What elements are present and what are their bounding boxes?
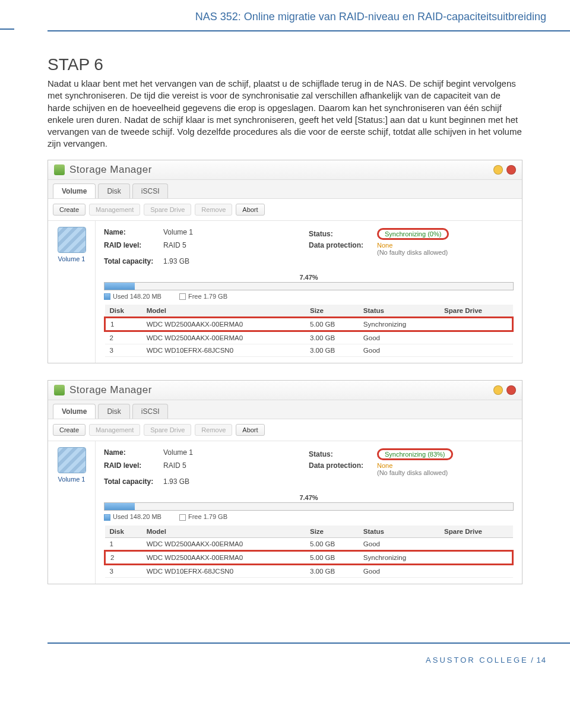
label-status: Status:	[309, 230, 377, 238]
window-title: Storage Manager	[69, 164, 152, 176]
cell-size: 3.00 GB	[305, 564, 359, 577]
window-minimize-button[interactable]	[493, 165, 503, 175]
label-total-capacity: Total capacity:	[104, 477, 163, 486]
cell-disk: 2	[105, 550, 142, 564]
cell-size: 5.00 GB	[305, 550, 359, 564]
legend-free-value: 1.79 GB	[204, 513, 227, 520]
cell-status: Good	[359, 331, 439, 344]
value-status: Synchronizing (83%)	[377, 448, 453, 460]
management-button[interactable]: Management	[89, 424, 140, 436]
cell-status: Synchronizing	[359, 318, 439, 331]
step-paragraph: Nadat u klaar bent met het vervangen van…	[48, 78, 522, 150]
create-button[interactable]: Create	[53, 204, 86, 216]
legend-free-label: Free	[188, 513, 202, 520]
window-titlebar: Storage Manager	[48, 160, 522, 180]
table-row[interactable]: 3WDC WD10EFRX-68JCSN03.00 GBGood	[105, 564, 513, 577]
legend-used-label: Used	[113, 513, 128, 520]
cell-status: Synchronizing	[359, 550, 439, 564]
col-model[interactable]: Model	[142, 526, 305, 538]
footer-brand: ASUSTOR COLLEGE	[426, 656, 528, 664]
table-row[interactable]: 2WDC WD2500AAKX-00ERMA05.00 GBSynchroniz…	[105, 550, 513, 564]
cell-spare	[439, 537, 512, 550]
label-raid-level: RAID level:	[104, 461, 163, 476]
cell-disk: 1	[105, 537, 142, 550]
remove-button[interactable]: Remove	[195, 204, 232, 216]
col-spare[interactable]: Spare Drive	[439, 526, 512, 538]
col-model[interactable]: Model	[142, 305, 305, 318]
label-data-protection: Data protection:	[309, 461, 377, 470]
window-title: Storage Manager	[69, 384, 152, 396]
cell-size: 5.00 GB	[305, 537, 359, 550]
label-total-capacity: Total capacity:	[104, 257, 163, 265]
value-dp-note: (No faulty disks allowed)	[377, 249, 448, 256]
cell-size: 3.00 GB	[305, 331, 359, 344]
col-size[interactable]: Size	[305, 526, 359, 538]
cell-model: WDC WD2500AAKX-00ERMA0	[142, 537, 305, 550]
tab-disk[interactable]: Disk	[98, 404, 129, 419]
progress-percent: 7.47%	[104, 274, 514, 281]
col-disk[interactable]: Disk	[105, 305, 142, 318]
doc-header-title: NAS 352: Online migratie van RAID-niveau…	[0, 0, 570, 28]
disk-table: Disk Model Size Status Spare Drive 1WDC …	[104, 526, 514, 578]
col-disk[interactable]: Disk	[105, 526, 142, 538]
abort-button[interactable]: Abort	[236, 204, 264, 216]
table-row[interactable]: 1WDC WD2500AAKX-00ERMA05.00 GBGood	[105, 537, 513, 550]
cell-status: Good	[359, 537, 439, 550]
cell-disk: 3	[105, 344, 142, 357]
cell-disk: 2	[105, 331, 142, 344]
storage-manager-window: Storage Manager Volume Disk iSCSI Create…	[48, 160, 522, 364]
progress-fill	[104, 503, 135, 510]
col-spare[interactable]: Spare Drive	[439, 305, 512, 318]
window-titlebar: Storage Manager	[48, 381, 522, 400]
window-close-button[interactable]	[506, 165, 516, 175]
cell-disk: 3	[105, 564, 142, 577]
progress-bar	[104, 502, 514, 511]
legend-free-label: Free	[188, 293, 202, 300]
value-data-protection: None	[377, 242, 448, 249]
remove-button[interactable]: Remove	[195, 424, 232, 436]
cell-spare	[439, 344, 512, 357]
value-raid-level: RAID 5	[163, 461, 186, 476]
header-divider	[48, 30, 570, 31]
tab-volume[interactable]: Volume	[53, 404, 96, 419]
volume-icon[interactable]	[58, 447, 86, 473]
abort-button[interactable]: Abort	[236, 424, 264, 436]
cell-spare	[439, 550, 512, 564]
label-name: Name:	[104, 228, 163, 240]
create-button[interactable]: Create	[53, 424, 86, 436]
swatch-used-icon	[104, 514, 110, 521]
value-name: Volume 1	[163, 448, 193, 460]
table-row[interactable]: 2WDC WD2500AAKX-00ERMA03.00 GBGood	[105, 331, 513, 344]
volume-label[interactable]: Volume 1	[52, 476, 91, 483]
app-icon	[54, 385, 65, 395]
cell-model: WDC WD2500AAKX-00ERMA0	[142, 318, 305, 331]
legend-used-value: 148.20 MB	[130, 293, 162, 300]
value-total-capacity: 1.93 GB	[163, 477, 189, 486]
col-status[interactable]: Status	[359, 526, 439, 538]
spare-drive-button[interactable]: Spare Drive	[144, 204, 191, 216]
management-button[interactable]: Management	[89, 204, 140, 216]
progress-fill	[104, 283, 135, 290]
tab-iscsi[interactable]: iSCSI	[132, 183, 169, 198]
value-raid-level: RAID 5	[163, 241, 186, 256]
label-raid-level: RAID level:	[104, 241, 163, 256]
window-minimize-button[interactable]	[493, 385, 503, 395]
table-row[interactable]: 3WDC WD10EFRX-68JCSN03.00 GBGood	[105, 344, 513, 357]
cell-spare	[439, 318, 512, 331]
cell-model: WDC WD10EFRX-68JCSN0	[142, 344, 305, 357]
volume-icon[interactable]	[58, 227, 86, 253]
tab-iscsi[interactable]: iSCSI	[132, 404, 169, 419]
progress-bar	[104, 282, 514, 290]
table-row[interactable]: 1WDC WD2500AAKX-00ERMA05.00 GBSynchroniz…	[105, 318, 513, 331]
volume-label[interactable]: Volume 1	[52, 255, 91, 262]
cell-size: 5.00 GB	[305, 318, 359, 331]
value-data-protection: None	[377, 462, 448, 469]
col-status[interactable]: Status	[359, 305, 439, 318]
col-size[interactable]: Size	[305, 305, 359, 318]
window-close-button[interactable]	[506, 385, 516, 395]
cell-status: Good	[359, 564, 439, 577]
tab-volume[interactable]: Volume	[53, 183, 96, 198]
step-heading: STAP 6	[48, 55, 522, 74]
spare-drive-button[interactable]: Spare Drive	[144, 424, 191, 436]
tab-disk[interactable]: Disk	[98, 183, 129, 198]
